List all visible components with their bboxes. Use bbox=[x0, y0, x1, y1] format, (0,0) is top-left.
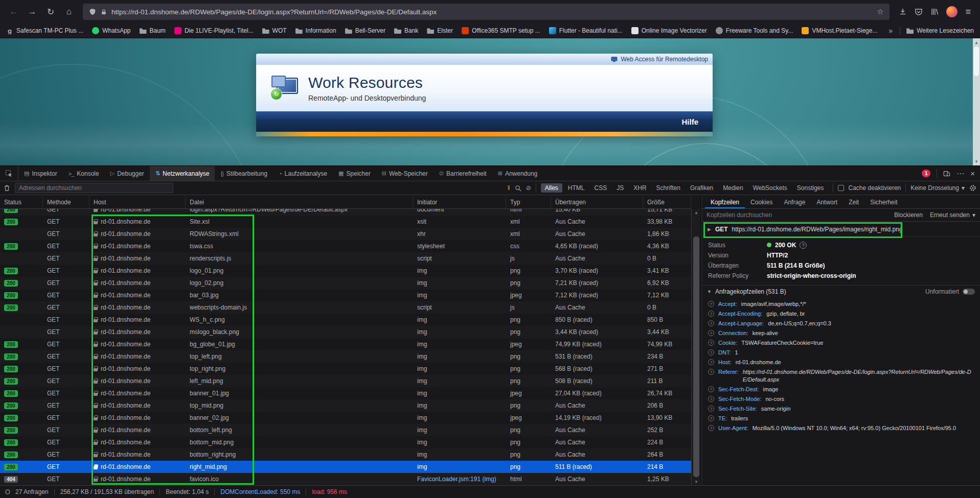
column-header[interactable]: Host bbox=[89, 196, 186, 208]
request-row[interactable]: GET rd-01.dnshome.de renderscripts.js sc… bbox=[0, 252, 691, 265]
type-filter-button[interactable]: CSS bbox=[590, 183, 611, 193]
help-circle-icon[interactable]: ? bbox=[708, 349, 714, 355]
responsive-mode-icon[interactable] bbox=[943, 170, 950, 177]
request-row[interactable]: 200 GET rd-01.dnshome.de top_mid.png img… bbox=[0, 399, 691, 412]
column-header[interactable]: Übertragen bbox=[551, 196, 643, 208]
reload-button[interactable]: ↻ bbox=[42, 4, 59, 20]
request-row[interactable]: 200 GET rd-01.dnshome.de top_left.png im… bbox=[0, 350, 691, 363]
request-row[interactable]: 200 GET rd-01.dnshome.de bg_globe_01.jpg… bbox=[0, 338, 691, 350]
request-row[interactable]: GET rd-01.dnshome.de mslogo_black.png im… bbox=[0, 326, 691, 338]
header-row[interactable]: ? Host rd-01.dnshome.de bbox=[702, 358, 980, 367]
request-row[interactable]: 200 GET rd-01.dnshome.de left_mid.png im… bbox=[0, 375, 691, 387]
page-scrollbar-thumb[interactable] bbox=[974, 46, 979, 76]
column-header[interactable]: Datei bbox=[186, 196, 413, 208]
header-row[interactable]: ? Sec-Fetch-Site same-origin bbox=[702, 404, 980, 414]
hamburger-menu-icon[interactable]: ≡ bbox=[965, 7, 971, 17]
details-tab[interactable]: Sicherheit bbox=[864, 196, 903, 208]
type-filter-button[interactable]: WebSockets bbox=[749, 183, 791, 193]
type-filter-button[interactable]: Sonstiges bbox=[793, 183, 828, 193]
throttling-dropdown[interactable]: Keine Drosselung ▾ bbox=[910, 184, 965, 192]
help-circle-icon[interactable]: ? bbox=[708, 396, 714, 402]
request-row[interactable]: 200 GET rd-01.dnshome.de right_mid.png i… bbox=[0, 461, 691, 473]
request-summary-line[interactable]: ▶ GET https://rd-01.dnshome.de/RDWeb/Pag… bbox=[702, 222, 980, 237]
header-row[interactable]: ? TE trailers bbox=[702, 414, 980, 423]
error-count-badge[interactable]: 1 bbox=[922, 170, 930, 177]
element-picker-icon[interactable] bbox=[0, 166, 18, 181]
library-icon[interactable] bbox=[930, 8, 939, 16]
tracking-shield-icon[interactable] bbox=[89, 8, 96, 15]
bookmark-item[interactable]: Information bbox=[295, 27, 336, 34]
request-row[interactable]: 200 GET rd-01.dnshome.de logo_01.png img… bbox=[0, 265, 691, 277]
network-settings-gear-icon[interactable] bbox=[969, 184, 976, 192]
resend-dropdown[interactable]: Erneut senden ▾ bbox=[930, 211, 975, 219]
type-filter-button[interactable]: Grafiken bbox=[686, 183, 717, 193]
bookmarks-overflow-chevron[interactable]: » bbox=[888, 27, 893, 35]
header-row[interactable]: ? Sec-Fetch-Dest image bbox=[702, 385, 980, 394]
request-row[interactable]: 200 GET rd-01.dnshome.de bottom_right.pn… bbox=[0, 448, 691, 461]
help-circle-icon[interactable]: ? bbox=[708, 301, 714, 307]
request-row[interactable]: 200 GET rd-01.dnshome.de webscripts-doma… bbox=[0, 301, 691, 314]
devtools-tab[interactable]: ▤ Inspektor bbox=[18, 166, 63, 181]
scroll-down-icon[interactable]: ▼ bbox=[692, 478, 701, 485]
details-tab[interactable]: Zeit bbox=[843, 196, 864, 208]
bookmark-item[interactable]: Online Image Vectorizer bbox=[631, 27, 707, 34]
column-header[interactable]: Initiator bbox=[413, 196, 506, 208]
help-circle-icon[interactable]: ? bbox=[708, 311, 714, 317]
devtools-tab[interactable]: ⊙ Barrierefreiheit bbox=[434, 166, 492, 181]
request-row[interactable]: 200 GET rd-01.dnshome.de logo_02.png img… bbox=[0, 277, 691, 289]
devtools-close-icon[interactable]: × bbox=[970, 169, 975, 178]
column-header[interactable]: Methode bbox=[43, 196, 89, 208]
bookmark-item[interactable]: WhatsApp bbox=[92, 27, 130, 34]
request-list-scrollbar[interactable]: ▲ ▼ bbox=[691, 209, 701, 485]
bookmark-item[interactable]: Bank bbox=[394, 27, 418, 34]
column-header[interactable]: Status bbox=[0, 196, 43, 208]
disable-cache-checkbox[interactable] bbox=[838, 185, 844, 191]
request-row[interactable]: 404 GET rd-01.dnshome.de favicon.ico Fav… bbox=[0, 473, 691, 485]
header-row[interactable]: ? Accept image/avif,image/webp,*/* bbox=[702, 299, 980, 309]
bookmark-item[interactable]: Baum bbox=[140, 27, 166, 34]
clear-requests-icon[interactable] bbox=[4, 184, 10, 192]
headers-filter-input[interactable] bbox=[706, 211, 887, 219]
request-row[interactable]: 200 GET rd-01.dnshome.de login.aspx?Retu… bbox=[0, 209, 691, 216]
devtools-tab[interactable]: ⊞ Anwendung bbox=[492, 166, 543, 181]
devtools-tab[interactable]: >_ Konsole bbox=[63, 166, 105, 181]
devtools-tab[interactable]: ▦ Speicher bbox=[333, 166, 376, 181]
type-filter-button[interactable]: JS bbox=[612, 183, 628, 193]
header-row[interactable]: ? Accept-Language de,en-US;q=0.7,en;q=0.… bbox=[702, 319, 980, 328]
request-row[interactable]: 200 GET rd-01.dnshome.de banner_02.jpg i… bbox=[0, 412, 691, 424]
request-row[interactable]: 200 GET rd-01.dnshome.de Site.xsl xslt x… bbox=[0, 216, 691, 228]
devtools-tab[interactable]: ⇅ Netzwerkanalyse bbox=[150, 166, 215, 181]
bookmark-item[interactable]: VMHost.Pietaet-Siege... bbox=[802, 27, 877, 34]
performance-analysis-icon[interactable] bbox=[5, 489, 10, 494]
devtools-menu-icon[interactable]: ⋯ bbox=[956, 169, 964, 178]
header-row[interactable]: ? Accept-Encoding gzip, deflate, br bbox=[702, 309, 980, 319]
request-row[interactable]: 200 GET rd-01.dnshome.de top_right.png i… bbox=[0, 363, 691, 375]
help-circle-icon[interactable]: ? bbox=[708, 425, 714, 431]
type-filter-button[interactable]: XHR bbox=[629, 183, 650, 193]
header-row[interactable]: ? DNT 1 bbox=[702, 348, 980, 358]
type-filter-button[interactable]: Medien bbox=[719, 183, 747, 193]
help-circle-icon[interactable]: ? bbox=[708, 415, 714, 421]
block-request-button[interactable]: Blockieren bbox=[894, 211, 923, 219]
request-row[interactable]: GET rd-01.dnshome.de WS_h_c.png img png … bbox=[0, 314, 691, 326]
type-filter-button[interactable]: Schriften bbox=[652, 183, 685, 193]
home-button[interactable]: ⌂ bbox=[60, 4, 78, 20]
devtools-tab[interactable]: {} Stilbearbeitung bbox=[215, 166, 272, 181]
details-tab[interactable]: Cookies bbox=[745, 196, 778, 208]
help-link[interactable]: Hilfe bbox=[681, 117, 698, 126]
devtools-tab[interactable]: ◔ Laufzeitanalyse bbox=[273, 166, 333, 181]
header-row[interactable]: ? Cookie TSWAFeatureCheckCookie=true bbox=[702, 338, 980, 348]
page-scrollbar[interactable]: ▲ ▼ bbox=[973, 38, 980, 165]
bookmark-item[interactable]: Bell-Server bbox=[345, 27, 385, 34]
request-blocking-icon[interactable]: ⊘ bbox=[526, 184, 531, 192]
scroll-up-icon[interactable]: ▲ bbox=[692, 209, 701, 216]
forward-button[interactable]: → bbox=[24, 4, 41, 20]
header-row[interactable]: ? Sec-Fetch-Mode no-cors bbox=[702, 394, 980, 404]
bookmark-item[interactable]: WOT bbox=[262, 27, 287, 34]
bookmark-item[interactable]: Office365 SMTP setup ... bbox=[462, 27, 540, 34]
request-headers-section[interactable]: ▼ Anfragekopfzeilen (531 B) Unformatiert bbox=[702, 285, 980, 298]
bookmark-item[interactable]: Freeware Tools and Sy... bbox=[716, 27, 793, 34]
devtools-tab[interactable]: ▷ Debugger bbox=[105, 166, 150, 181]
details-tab[interactable]: Antwort bbox=[811, 196, 843, 208]
help-circle-icon[interactable]: ? bbox=[708, 406, 714, 412]
